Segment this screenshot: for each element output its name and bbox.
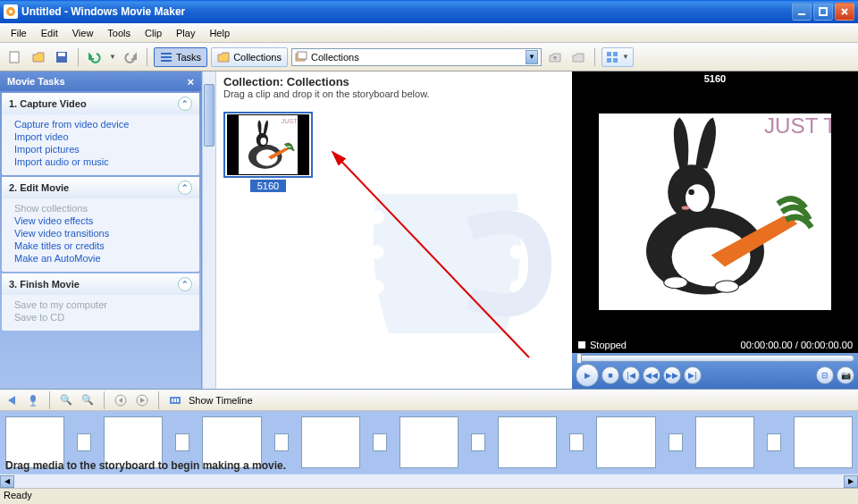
redo-button[interactable] xyxy=(121,47,140,67)
close-button[interactable] xyxy=(835,3,854,21)
svg-rect-2 xyxy=(798,13,805,15)
scroll-right-button[interactable]: ▶ xyxy=(844,475,858,488)
storyboard-slot[interactable] xyxy=(596,416,655,468)
save-computer-link: Save to my computer xyxy=(14,298,187,311)
clip-thumbnail[interactable]: JUST TO SAY xyxy=(223,112,313,192)
svg-point-16 xyxy=(370,210,384,224)
transition-slot[interactable] xyxy=(373,433,387,451)
svg-rect-14 xyxy=(607,58,611,63)
svg-rect-38 xyxy=(578,341,585,349)
menu-bar: File Edit View Tools Clip Play Help xyxy=(0,23,858,43)
storyboard-slot[interactable] xyxy=(695,416,754,468)
svg-rect-4 xyxy=(10,52,19,63)
prev-clip-button[interactable]: |◀ xyxy=(622,366,640,384)
make-automovie-link[interactable]: Make an AutoMovie xyxy=(14,252,187,265)
import-pictures-link[interactable]: Import pictures xyxy=(14,143,187,155)
transition-slot[interactable] xyxy=(767,433,781,451)
transition-slot[interactable] xyxy=(569,433,584,451)
view-effects-link[interactable]: View video effects xyxy=(14,214,187,227)
undo-button[interactable] xyxy=(85,47,105,67)
split-button[interactable]: ⊟ xyxy=(816,366,834,384)
vertical-scrollbar[interactable] xyxy=(202,71,216,389)
zoom-in-button[interactable]: 🔍 xyxy=(58,392,74,408)
maximize-button[interactable] xyxy=(813,3,833,21)
collection-title: Collection: Collections xyxy=(223,75,565,88)
set-start-button[interactable] xyxy=(4,392,20,408)
transition-slot[interactable] xyxy=(175,433,189,451)
menu-help[interactable]: Help xyxy=(202,26,237,40)
undo-dropdown[interactable]: ▼ xyxy=(108,47,117,67)
collections-label: Collections xyxy=(233,52,282,63)
import-audio-link[interactable]: Import audio or music xyxy=(14,155,187,168)
svg-point-18 xyxy=(370,280,384,294)
tl-rewind-button[interactable] xyxy=(113,392,129,408)
storyboard-slot[interactable] xyxy=(301,416,360,468)
transition-slot[interactable] xyxy=(669,433,683,451)
save-button[interactable] xyxy=(52,47,72,67)
transition-slot[interactable] xyxy=(77,433,91,451)
menu-file[interactable]: File xyxy=(4,26,34,40)
rewind-button[interactable]: ◀◀ xyxy=(643,366,660,384)
section-title: 3. Finish Movie xyxy=(9,279,80,290)
import-video-link[interactable]: Import video xyxy=(14,130,187,143)
save-cd-link: Save to CD xyxy=(14,311,187,323)
narrate-button[interactable] xyxy=(25,392,41,408)
make-titles-link[interactable]: Make titles or credits xyxy=(14,239,187,252)
view-button[interactable]: ▼ xyxy=(601,47,634,67)
task-pane-title: Movie Tasks xyxy=(7,76,65,87)
task-pane-close[interactable]: × xyxy=(187,75,194,88)
minimize-button[interactable] xyxy=(792,3,812,21)
svg-point-33 xyxy=(688,189,694,195)
open-button[interactable] xyxy=(29,47,48,67)
show-timeline-link[interactable]: Show Timeline xyxy=(189,395,253,406)
edit-movie-section[interactable]: 2. Edit Movie ⌃ xyxy=(2,177,199,198)
snapshot-button[interactable]: 📷 xyxy=(837,366,854,384)
seek-bar[interactable] xyxy=(576,355,854,362)
capture-video-section[interactable]: 1. Capture Video ⌃ xyxy=(2,93,199,114)
svg-text:JUST TO SAY: JUST TO SAY xyxy=(764,113,831,138)
chevron-up-icon[interactable]: ⌃ xyxy=(178,97,192,111)
collection-icon xyxy=(295,51,307,63)
play-button[interactable]: ▶ xyxy=(576,364,599,387)
chevron-up-icon[interactable]: ⌃ xyxy=(178,181,192,195)
transition-slot[interactable] xyxy=(274,433,289,451)
chevron-down-icon[interactable]: ▼ xyxy=(526,50,538,64)
new-project-button[interactable] xyxy=(5,47,25,67)
svg-rect-12 xyxy=(607,52,611,56)
thumb-caption: JUST TO SAY xyxy=(282,117,298,125)
status-bar: Ready xyxy=(0,488,858,504)
menu-edit[interactable]: Edit xyxy=(34,26,65,40)
finish-movie-section[interactable]: 3. Finish Movie ⌃ xyxy=(2,273,199,295)
up-level-button[interactable] xyxy=(545,47,565,67)
collections-button[interactable]: Collections xyxy=(211,47,288,67)
next-clip-button[interactable]: ▶| xyxy=(684,366,702,384)
stop-button[interactable]: ■ xyxy=(601,366,619,384)
svg-point-24 xyxy=(257,149,278,165)
zoom-out-button[interactable]: 🔍 xyxy=(80,392,96,408)
scroll-left-button[interactable]: ◀ xyxy=(0,475,14,488)
new-folder-button[interactable] xyxy=(568,47,588,67)
stop-icon xyxy=(577,340,586,349)
transition-slot[interactable] xyxy=(471,433,485,451)
menu-tools[interactable]: Tools xyxy=(100,26,138,40)
collection-selector[interactable]: Collections ▼ xyxy=(291,48,542,66)
collection-subtitle: Drag a clip and drop it on the storyboar… xyxy=(223,88,565,99)
storyboard-slot[interactable] xyxy=(794,416,853,468)
storyboard-slot[interactable] xyxy=(498,416,557,468)
preview-controls: ▶ ■ |◀ ◀◀ ▶▶ ▶| ⊟ 📷 xyxy=(572,353,858,389)
menu-play[interactable]: Play xyxy=(169,26,202,40)
horizontal-scrollbar[interactable]: ◀ ▶ xyxy=(0,474,858,488)
view-transitions-link[interactable]: View video transitions xyxy=(14,227,187,239)
menu-clip[interactable]: Clip xyxy=(138,26,169,40)
storyboard-slot[interactable] xyxy=(400,416,458,468)
chevron-up-icon[interactable]: ⌃ xyxy=(178,277,192,291)
preview-title: 5160 xyxy=(572,71,858,86)
tasks-button[interactable]: Tasks xyxy=(154,47,207,67)
forward-button[interactable]: ▶▶ xyxy=(663,366,681,384)
svg-point-17 xyxy=(370,245,384,259)
menu-view[interactable]: View xyxy=(65,26,101,40)
svg-point-1 xyxy=(9,10,13,13)
capture-from-device-link[interactable]: Capture from video device xyxy=(14,118,187,130)
tl-play-button[interactable] xyxy=(134,392,150,408)
svg-rect-3 xyxy=(820,8,827,15)
